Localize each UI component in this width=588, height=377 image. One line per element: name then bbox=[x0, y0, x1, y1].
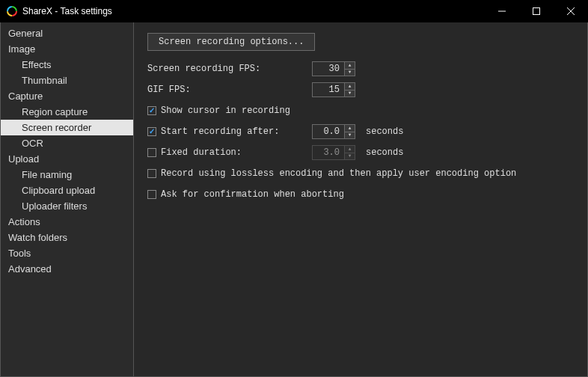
fixed-duration-checkbox[interactable] bbox=[147, 148, 156, 157]
sidebar-item-tools[interactable]: Tools bbox=[1, 245, 133, 261]
svg-rect-5 bbox=[533, 8, 540, 15]
screen-recording-options-button[interactable]: Screen recording options... bbox=[147, 33, 315, 51]
lossless-label: Record using lossless encoding and then … bbox=[161, 168, 516, 179]
fixed-duration-value: 3.0 bbox=[313, 146, 344, 159]
sidebar-item-effects[interactable]: Effects bbox=[1, 57, 133, 73]
sidebar-item-watch-folders[interactable]: Watch folders bbox=[1, 230, 133, 245]
sidebar-item-ocr[interactable]: OCR bbox=[1, 135, 133, 151]
sidebar: GeneralImageEffectsThumbnailCaptureRegio… bbox=[1, 22, 134, 376]
spin-down-icon: ▼ bbox=[345, 153, 355, 160]
confirm-abort-checkbox[interactable] bbox=[147, 190, 156, 199]
sidebar-item-upload[interactable]: Upload bbox=[1, 151, 133, 167]
start-after-checkbox[interactable] bbox=[147, 127, 156, 136]
sidebar-item-image[interactable]: Image bbox=[1, 41, 133, 57]
sidebar-item-general[interactable]: General bbox=[1, 25, 133, 41]
window-title: ShareX - Task settings bbox=[22, 6, 112, 16]
fixed-duration-spinner: 3.0 ▲ ▼ bbox=[312, 145, 355, 160]
spin-up-icon[interactable]: ▲ bbox=[345, 62, 355, 70]
content-panel: Screen recording options... Screen recor… bbox=[134, 22, 587, 376]
spin-up-icon[interactable]: ▲ bbox=[345, 125, 355, 132]
lossless-checkbox[interactable] bbox=[147, 169, 156, 178]
start-after-label: Start recording after: bbox=[161, 126, 279, 137]
spin-down-icon[interactable]: ▼ bbox=[345, 132, 355, 139]
maximize-button[interactable] bbox=[519, 0, 554, 22]
start-after-unit: seconds bbox=[366, 126, 403, 137]
window-controls bbox=[485, 0, 588, 22]
titlebar[interactable]: ShareX - Task settings bbox=[0, 0, 588, 22]
fps-spinner[interactable]: 30 ▲ ▼ bbox=[312, 61, 355, 76]
sidebar-item-advanced[interactable]: Advanced bbox=[1, 261, 133, 277]
start-after-spinner[interactable]: 0.0 ▲ ▼ bbox=[312, 124, 355, 139]
start-after-value[interactable]: 0.0 bbox=[313, 125, 344, 138]
fps-value[interactable]: 30 bbox=[313, 62, 344, 76]
confirm-abort-label: Ask for confirmation when aborting bbox=[161, 189, 344, 200]
spin-down-icon[interactable]: ▼ bbox=[345, 70, 355, 76]
sharex-icon bbox=[6, 5, 18, 17]
fps-label: Screen recording FPS: bbox=[147, 64, 312, 74]
gif-fps-label: GIF FPS: bbox=[147, 85, 312, 95]
spin-up-icon: ▲ bbox=[345, 146, 355, 153]
fixed-duration-label: Fixed duration: bbox=[161, 147, 242, 158]
gif-fps-value[interactable]: 15 bbox=[313, 83, 344, 96]
close-button[interactable] bbox=[554, 0, 588, 22]
gif-fps-spinner[interactable]: 15 ▲ ▼ bbox=[312, 82, 355, 97]
sidebar-item-screen-recorder[interactable]: Screen recorder bbox=[1, 120, 133, 135]
sidebar-item-file-naming[interactable]: File naming bbox=[1, 167, 133, 183]
fixed-duration-unit: seconds bbox=[366, 147, 403, 158]
spin-down-icon[interactable]: ▼ bbox=[345, 91, 355, 97]
show-cursor-checkbox[interactable] bbox=[147, 106, 156, 115]
show-cursor-label: Show cursor in recording bbox=[161, 105, 290, 116]
sidebar-item-thumbnail[interactable]: Thumbnail bbox=[1, 73, 133, 88]
spin-up-icon[interactable]: ▲ bbox=[345, 83, 355, 91]
sidebar-item-actions[interactable]: Actions bbox=[1, 214, 133, 230]
minimize-button[interactable] bbox=[485, 0, 519, 22]
sidebar-item-capture[interactable]: Capture bbox=[1, 88, 133, 104]
sidebar-item-region-capture[interactable]: Region capture bbox=[1, 104, 133, 120]
sidebar-item-clipboard-upload[interactable]: Clipboard upload bbox=[1, 183, 133, 198]
sidebar-item-uploader-filters[interactable]: Uploader filters bbox=[1, 198, 133, 214]
